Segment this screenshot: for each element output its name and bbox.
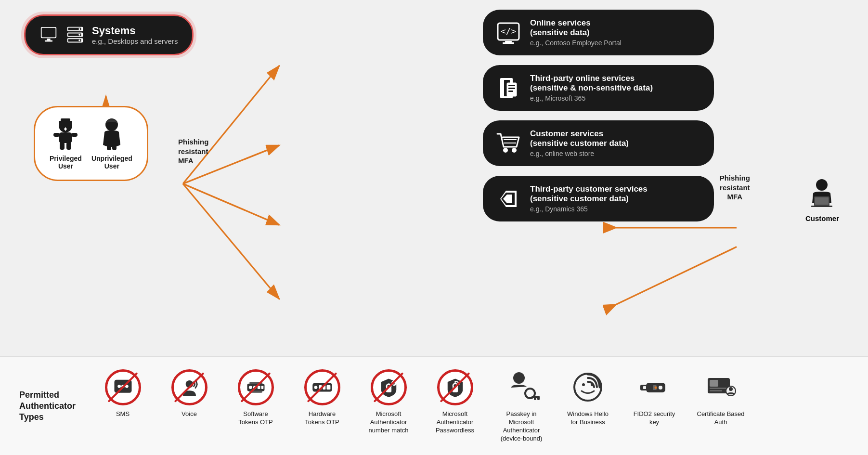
systems-title: Systems xyxy=(92,25,178,37)
unprivileged-user-icon xyxy=(97,117,126,151)
svg-rect-63 xyxy=(249,391,262,393)
svg-point-58 xyxy=(248,386,252,390)
hard-token-icon-container xyxy=(304,369,340,405)
cert-icon-container xyxy=(703,369,739,405)
soft-token-banned-icon xyxy=(238,369,274,405)
svg-point-59 xyxy=(253,386,256,390)
hard-token-banned-icon xyxy=(304,369,340,405)
dynamics-icon xyxy=(495,185,521,212)
svg-point-65 xyxy=(314,386,317,390)
systems-box: Systems e.g., Desktops and servers xyxy=(24,14,194,55)
svg-rect-37 xyxy=(503,42,514,44)
voice-icon xyxy=(179,377,200,398)
service-thirdparty-customer-title: Third-party customer services(sensitive … xyxy=(530,184,648,204)
soft-token-icon-container xyxy=(238,369,274,405)
svg-rect-92 xyxy=(710,390,722,391)
auth-label-ms-number: MicrosoftAuthenticatornumber match xyxy=(368,410,408,435)
auth-label-windows-hello: Windows Hellofor Business xyxy=(567,410,609,427)
ms-pass-icon-container xyxy=(437,369,473,405)
svg-point-70 xyxy=(387,384,391,389)
svg-rect-42 xyxy=(508,88,515,89)
svg-point-54 xyxy=(121,385,125,388)
customer-icon xyxy=(806,178,838,212)
ms-auth-number-icon: 2 xyxy=(378,377,400,398)
service-online-sub: e.g., Contoso Employee Portal xyxy=(530,39,622,47)
sms-icon-container xyxy=(105,369,141,405)
svg-rect-11 xyxy=(47,39,50,40)
auth-label-hard-token: HardwareTokens OTP xyxy=(305,410,339,427)
systems-icons xyxy=(40,26,85,44)
svg-rect-27 xyxy=(53,133,60,137)
cert-icon xyxy=(703,369,739,405)
svg-rect-36 xyxy=(505,41,512,42)
svg-rect-32 xyxy=(107,144,111,150)
svg-point-82 xyxy=(591,383,594,386)
svg-rect-41 xyxy=(508,85,515,86)
windows-hello-icon-container xyxy=(570,369,606,405)
systems-text: Systems e.g., Desktops and servers xyxy=(92,25,178,45)
customer-label: Customer xyxy=(805,214,839,222)
auth-item-ms-pass: MicrosoftAuthenticatorPasswordless xyxy=(428,369,481,435)
sms-icon xyxy=(112,377,134,398)
users-box: PrivilegedUser UnprivilegedUser xyxy=(34,106,148,181)
service-customer: Customer services(sensitive customer dat… xyxy=(483,120,714,166)
svg-rect-67 xyxy=(323,385,325,390)
svg-point-75 xyxy=(513,372,525,384)
svg-rect-66 xyxy=(319,385,322,390)
svg-line-6 xyxy=(183,184,279,299)
privileged-user-item: PrivilegedUser xyxy=(50,117,82,170)
service-thirdparty-online-sub: e.g., Microsoft 365 xyxy=(530,94,653,102)
service-thirdparty-customer-sub: e.g., Dynamics 365 xyxy=(530,205,648,213)
privileged-user-label: PrivilegedUser xyxy=(50,155,82,170)
soft-token-icon xyxy=(245,377,267,398)
svg-rect-68 xyxy=(326,385,330,390)
svg-rect-21 xyxy=(78,39,80,41)
svg-rect-12 xyxy=(45,40,52,41)
svg-rect-78 xyxy=(537,396,540,400)
cart-icon xyxy=(495,130,521,156)
svg-point-55 xyxy=(125,385,129,388)
svg-point-56 xyxy=(185,380,193,388)
auth-label-voice: Voice xyxy=(181,410,197,418)
svg-text:</>: </> xyxy=(500,26,516,36)
fido2-icon xyxy=(636,369,673,405)
svg-point-74 xyxy=(453,384,457,388)
monitor-icon xyxy=(40,26,62,44)
svg-point-48 xyxy=(816,179,828,191)
authenticator-section: Permitted Authenticator Types xyxy=(0,356,868,455)
service-thirdparty-online-text: Third-party online services(sensitive & … xyxy=(530,74,653,102)
svg-rect-62 xyxy=(249,382,262,385)
passkey-icon xyxy=(504,369,540,405)
svg-point-87 xyxy=(659,386,662,390)
customer-box: Customer xyxy=(805,178,839,222)
phishing-label-left: PhishingresistantMFA xyxy=(178,137,208,166)
svg-rect-30 xyxy=(66,142,71,150)
svg-point-53 xyxy=(117,385,121,388)
svg-rect-26 xyxy=(59,132,72,143)
svg-rect-91 xyxy=(710,388,728,389)
ms-number-banned-icon: 2 xyxy=(371,369,407,405)
hard-token-icon xyxy=(311,377,333,398)
svg-rect-43 xyxy=(508,91,513,92)
svg-rect-51 xyxy=(811,206,832,207)
svg-rect-60 xyxy=(257,386,260,390)
svg-point-88 xyxy=(654,387,657,389)
phishing-label-right: PhishingresistantMFA xyxy=(720,173,750,202)
svg-rect-15 xyxy=(78,28,80,30)
svg-rect-24 xyxy=(61,118,70,122)
fido2-icon-container xyxy=(636,369,673,405)
auth-item-sms: SMS xyxy=(96,369,149,418)
service-thirdparty-customer-text: Third-party customer services(sensitive … xyxy=(530,184,648,213)
auth-item-windows-hello: Windows Hellofor Business xyxy=(561,369,614,427)
voice-icon-container xyxy=(171,369,207,405)
svg-rect-28 xyxy=(71,133,78,137)
auth-item-cert: Certificate BasedAuth xyxy=(694,369,747,427)
svg-rect-18 xyxy=(78,34,80,36)
web-icon: </> xyxy=(495,19,521,46)
service-thirdparty-online: Third-party online services(sensitive & … xyxy=(483,65,714,111)
unprivileged-user-item: UnprivilegedUser xyxy=(91,117,132,170)
service-customer-text: Customer services(sensitive customer dat… xyxy=(530,129,629,157)
office-icon xyxy=(495,75,521,101)
ms-auth-pass-icon xyxy=(444,377,466,398)
service-customer-sub: e.g., online web store xyxy=(530,150,629,157)
